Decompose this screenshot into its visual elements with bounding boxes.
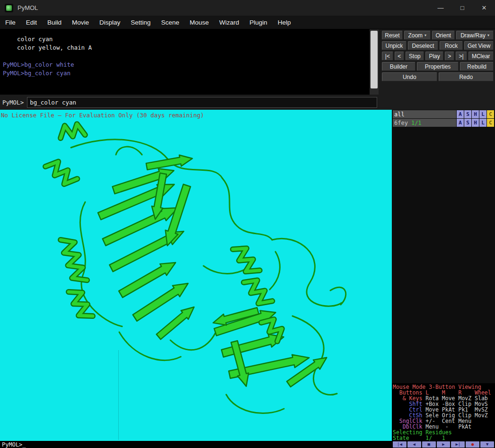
menu-setting[interactable]: Setting bbox=[125, 16, 156, 29]
object-row-all: all A S H L C bbox=[393, 110, 494, 118]
chevron-down-icon: ▾ bbox=[424, 33, 426, 37]
movie-control-bar: |◀ ◀ ■ ▶ ▶| ● ▼ bbox=[392, 441, 495, 448]
deselect-button[interactable]: Deselect bbox=[408, 41, 438, 50]
movie-play-icon-button[interactable]: ▶ bbox=[437, 441, 451, 448]
menu-build[interactable]: Build bbox=[42, 16, 67, 29]
unpick-button[interactable]: Unpick bbox=[382, 41, 407, 50]
command-input-row: PyMOL> bbox=[0, 95, 379, 110]
menu-plugin[interactable]: Plugin bbox=[244, 16, 273, 29]
label-menu-button[interactable]: L bbox=[479, 119, 486, 127]
action-menu-button[interactable]: A bbox=[457, 110, 464, 118]
scrollbar-thumb[interactable] bbox=[371, 31, 378, 88]
console-line: color cyan bbox=[3, 35, 369, 44]
protein-cartoon bbox=[0, 110, 392, 441]
movie-menu-icon-button[interactable]: ▼ bbox=[480, 441, 494, 448]
object-name-all[interactable]: all bbox=[393, 110, 456, 118]
rock-button[interactable]: Rock bbox=[440, 41, 463, 50]
mouse-mode-panel: Mouse Mode 3-Button Viewing Buttons L M … bbox=[392, 383, 495, 441]
movie-last-icon-button[interactable]: ▶| bbox=[451, 441, 465, 448]
menu-movie[interactable]: Movie bbox=[67, 16, 94, 29]
window-controls: — □ ✕ bbox=[430, 0, 495, 16]
draw-ray-button[interactable]: Draw/Ray ▾ bbox=[456, 31, 494, 40]
console-line: color yellow, chain A bbox=[3, 44, 369, 53]
movie-record-icon-button[interactable]: ● bbox=[466, 441, 479, 448]
menu-bar: File Edit Build Movie Display Setting Sc… bbox=[0, 16, 495, 29]
get-view-button[interactable]: Get View bbox=[464, 41, 494, 50]
movie-next-button[interactable]: > bbox=[445, 52, 454, 61]
menu-help[interactable]: Help bbox=[273, 16, 296, 29]
movie-stop-icon-button[interactable]: ■ bbox=[422, 441, 436, 448]
window-title: PyMOL bbox=[18, 4, 38, 11]
console-line: PyMOL>bg_color white bbox=[3, 61, 369, 70]
movie-stop-button[interactable]: Stop bbox=[406, 52, 424, 61]
zoom-button-label: Zoom bbox=[408, 32, 423, 39]
object-label: 6fey bbox=[394, 120, 408, 126]
movie-prev-icon-button[interactable]: ◀ bbox=[407, 441, 421, 448]
state-indicator[interactable]: State 1/ 1 bbox=[393, 435, 495, 441]
draw-ray-button-label: Draw/Ray bbox=[460, 32, 486, 39]
clip-indicator-line bbox=[118, 350, 119, 440]
movie-prev-button[interactable]: < bbox=[395, 52, 404, 61]
reset-button[interactable]: Reset bbox=[382, 31, 403, 40]
object-name-6fey[interactable]: 6fey 1/1 bbox=[393, 119, 456, 127]
movie-play-button[interactable]: Play bbox=[425, 52, 443, 61]
evaluation-watermark: No License File — For Evaluation Only (3… bbox=[1, 112, 204, 119]
show-menu-button[interactable]: S bbox=[464, 119, 471, 127]
console-line bbox=[3, 53, 369, 61]
show-menu-button[interactable]: S bbox=[464, 110, 471, 118]
object-label: all bbox=[394, 111, 405, 118]
console-line: PyMOL>bg_color cyan bbox=[3, 70, 369, 78]
maximize-button[interactable]: □ bbox=[451, 0, 473, 16]
menu-file[interactable]: File bbox=[0, 16, 21, 29]
zoom-button[interactable]: Zoom ▾ bbox=[404, 31, 431, 40]
command-prompt: PyMOL> bbox=[0, 99, 27, 106]
orient-button[interactable]: Orient bbox=[432, 31, 455, 40]
movie-last-button[interactable]: >| bbox=[456, 52, 467, 61]
feedback-prompt-bar: PyMOL>_ bbox=[0, 441, 392, 448]
console-output: color cyan color yellow, chain A PyMOL>b… bbox=[0, 29, 379, 95]
object-row-6fey: 6fey 1/1 A S H L C bbox=[393, 119, 494, 127]
redo-button[interactable]: Redo bbox=[439, 72, 494, 81]
minimize-button[interactable]: — bbox=[430, 0, 451, 16]
object-panel: all A S H L C 6fey 1/1 A S H L C bbox=[392, 110, 495, 383]
menu-edit[interactable]: Edit bbox=[21, 16, 42, 29]
color-menu-button[interactable]: C bbox=[487, 110, 494, 118]
builder-button[interactable]: Builder bbox=[382, 62, 415, 71]
rebuild-button[interactable]: Rebuild bbox=[460, 62, 494, 71]
menu-display[interactable]: Display bbox=[94, 16, 125, 29]
console-scrollbar[interactable] bbox=[370, 29, 379, 95]
bottom-prompt: PyMOL>_ bbox=[2, 441, 26, 448]
control-panel: Reset Zoom ▾ Orient Draw/Ray ▾ Unpick De… bbox=[379, 29, 495, 110]
hide-menu-button[interactable]: H bbox=[472, 119, 479, 127]
movie-first-icon-button[interactable]: |◀ bbox=[393, 441, 407, 448]
command-input[interactable] bbox=[27, 97, 377, 108]
menu-scene[interactable]: Scene bbox=[156, 16, 184, 29]
menu-wizard[interactable]: Wizard bbox=[214, 16, 244, 29]
label-menu-button[interactable]: L bbox=[479, 110, 486, 118]
chevron-down-icon: ▾ bbox=[487, 33, 489, 37]
movie-first-button[interactable]: |< bbox=[382, 52, 393, 61]
menu-mouse[interactable]: Mouse bbox=[185, 16, 214, 29]
mclear-button[interactable]: MClear bbox=[468, 52, 494, 61]
color-menu-button[interactable]: C bbox=[487, 119, 494, 127]
properties-button[interactable]: Properties bbox=[417, 62, 459, 71]
hide-menu-button[interactable]: H bbox=[472, 110, 479, 118]
viewport-3d[interactable]: No License File — For Evaluation Only (3… bbox=[0, 110, 392, 441]
object-state: 1/1 bbox=[411, 120, 422, 126]
title-bar: PyMOL — □ ✕ bbox=[0, 0, 495, 16]
close-button[interactable]: ✕ bbox=[473, 0, 495, 16]
action-menu-button[interactable]: A bbox=[457, 119, 464, 127]
pymol-app-icon bbox=[5, 4, 13, 12]
undo-button[interactable]: Undo bbox=[382, 72, 437, 81]
